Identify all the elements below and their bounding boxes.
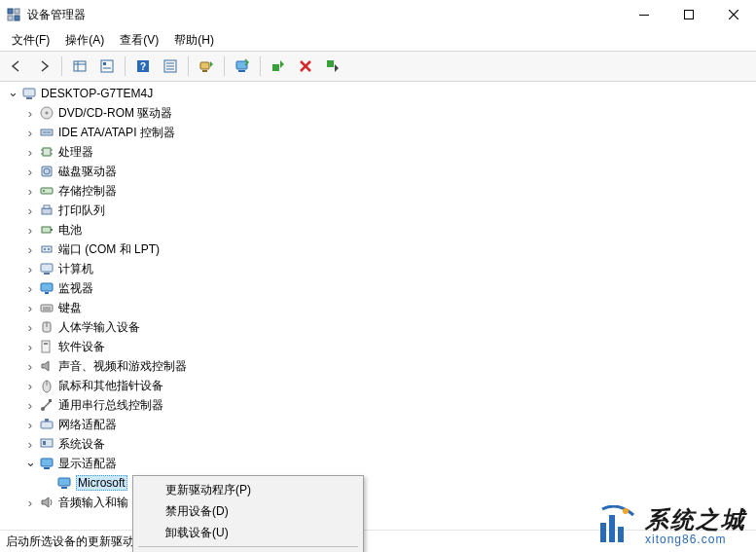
expand-icon[interactable] <box>23 317 37 337</box>
menu-action[interactable]: 操作(A) <box>57 30 112 51</box>
expand-icon[interactable] <box>23 337 37 356</box>
svg-point-42 <box>43 190 45 192</box>
context-disable-device[interactable]: 禁用设备(D) <box>136 500 360 522</box>
svg-rect-44 <box>44 205 50 208</box>
toolbar-disable[interactable] <box>320 54 345 79</box>
menu-file[interactable]: 文件(F) <box>4 30 57 51</box>
port-icon <box>39 241 54 257</box>
expand-icon[interactable] <box>23 201 37 220</box>
context-update-driver[interactable]: 更新驱动程序(P) <box>136 479 360 500</box>
expand-icon[interactable] <box>23 298 37 317</box>
expand-icon[interactable] <box>23 415 37 434</box>
monitor-icon <box>39 280 54 296</box>
expand-icon[interactable] <box>23 376 37 395</box>
tree-item[interactable]: Microsoft <box>6 473 756 493</box>
close-button[interactable] <box>711 0 756 29</box>
svg-rect-43 <box>42 208 52 214</box>
tree-item[interactable]: 音频输入和输 <box>6 493 756 512</box>
svg-rect-20 <box>200 62 209 69</box>
sound-icon <box>39 358 54 374</box>
expand-icon[interactable] <box>23 103 37 123</box>
tree-item-label: Microsoft <box>76 475 127 491</box>
maximize-button[interactable] <box>666 0 711 29</box>
tree-item[interactable]: 电池 <box>6 220 756 239</box>
svg-rect-52 <box>41 283 53 291</box>
toolbar-scan-hardware[interactable] <box>194 54 219 79</box>
svg-rect-46 <box>51 229 53 231</box>
expand-icon[interactable] <box>23 395 37 415</box>
expand-icon[interactable] <box>6 84 19 103</box>
tree-item[interactable]: 打印队列 <box>6 201 756 220</box>
tree-item[interactable]: IDE ATA/ATAPI 控制器 <box>6 123 756 142</box>
collapse-icon[interactable] <box>23 454 37 473</box>
svg-point-31 <box>46 112 49 115</box>
tree-item[interactable]: 计算机 <box>6 259 756 278</box>
svg-rect-72 <box>58 478 70 486</box>
tree-item-label: 通用串行总线控制器 <box>58 397 163 414</box>
tree-item-label: 显示适配器 <box>58 456 117 472</box>
tree-item[interactable]: 键盘 <box>6 298 756 317</box>
expand-icon[interactable] <box>23 162 37 181</box>
expand-icon[interactable] <box>23 259 37 278</box>
menubar: 文件(F) 操作(A) 查看(V) 帮助(H) <box>0 29 756 51</box>
tree-item[interactable]: DVD/CD-ROM 驱动器 <box>6 103 756 123</box>
tree-item[interactable]: 网络适配器 <box>6 415 756 434</box>
tree-item[interactable]: 人体学输入设备 <box>6 317 756 337</box>
svg-rect-60 <box>44 343 48 345</box>
expand-icon[interactable] <box>23 493 37 512</box>
toolbar-show-hidden[interactable] <box>67 54 92 79</box>
tree-item-label: 鼠标和其他指针设备 <box>58 378 163 394</box>
toolbar-properties[interactable] <box>94 54 120 79</box>
tree-item-label: IDE ATA/ATAPI 控制器 <box>58 125 175 141</box>
expand-icon[interactable] <box>23 220 37 239</box>
menu-help[interactable]: 帮助(H) <box>166 30 222 51</box>
expand-icon[interactable] <box>23 142 37 162</box>
tree-item[interactable]: 端口 (COM 和 LPT) <box>6 239 756 259</box>
minimize-button[interactable] <box>622 0 666 29</box>
svg-rect-34 <box>43 148 51 156</box>
toolbar-uninstall[interactable] <box>293 54 318 79</box>
toolbar-update-driver[interactable] <box>230 54 255 79</box>
toolbar-help[interactable]: ? <box>130 54 156 79</box>
svg-rect-28 <box>23 89 35 96</box>
toolbar-forward[interactable] <box>31 54 56 79</box>
toolbar-enable[interactable] <box>266 54 291 79</box>
system-icon <box>39 436 54 452</box>
expand-icon[interactable] <box>23 181 37 201</box>
expand-icon[interactable] <box>23 434 37 454</box>
computer-icon <box>39 261 54 276</box>
tree-item[interactable]: 系统设备 <box>6 434 756 454</box>
menu-view[interactable]: 查看(V) <box>112 30 166 51</box>
expand-icon[interactable] <box>23 278 37 298</box>
tree-root[interactable]: DESKTOP-G7TEM4J <box>6 84 756 103</box>
context-menu: 更新驱动程序(P) 禁用设备(D) 卸载设备(U) <box>132 475 364 552</box>
tree-item-label: 磁盘驱动器 <box>58 164 117 180</box>
svg-rect-68 <box>41 439 53 447</box>
svg-rect-69 <box>43 441 46 445</box>
svg-rect-65 <box>49 399 52 402</box>
tree-item-label: 打印队列 <box>58 202 105 219</box>
tree-item[interactable]: 磁盘驱动器 <box>6 162 756 181</box>
tree-item[interactable]: 软件设备 <box>6 337 756 356</box>
tree-item[interactable]: 存储控制器 <box>6 181 756 201</box>
toolbar: ? <box>0 51 756 82</box>
tree-item[interactable]: 声音、视频和游戏控制器 <box>6 356 756 376</box>
tree-item[interactable]: 鼠标和其他指针设备 <box>6 376 756 395</box>
tree-item-label: 电池 <box>58 222 82 239</box>
window-title: 设备管理器 <box>27 7 86 23</box>
status-text: 启动所选设备的更新驱动 <box>6 534 134 550</box>
context-uninstall-device[interactable]: 卸载设备(U) <box>136 522 360 543</box>
svg-rect-66 <box>41 422 53 428</box>
device-tree[interactable]: DESKTOP-G7TEM4J DVD/CD-ROM 驱动器IDE ATA/AT… <box>0 80 756 531</box>
tree-item[interactable]: 监视器 <box>6 278 756 298</box>
expand-icon[interactable] <box>23 239 37 259</box>
tree-item[interactable]: 处理器 <box>6 142 756 162</box>
toolbar-back[interactable] <box>4 54 29 79</box>
tree-item-label: 键盘 <box>58 300 82 316</box>
expand-icon[interactable] <box>23 356 37 376</box>
expand-icon[interactable] <box>23 123 37 142</box>
svg-rect-53 <box>45 292 49 294</box>
toolbar-action-list[interactable] <box>158 54 183 79</box>
tree-item[interactable]: 通用串行总线控制器 <box>6 395 756 415</box>
tree-item[interactable]: 显示适配器 <box>6 454 756 473</box>
